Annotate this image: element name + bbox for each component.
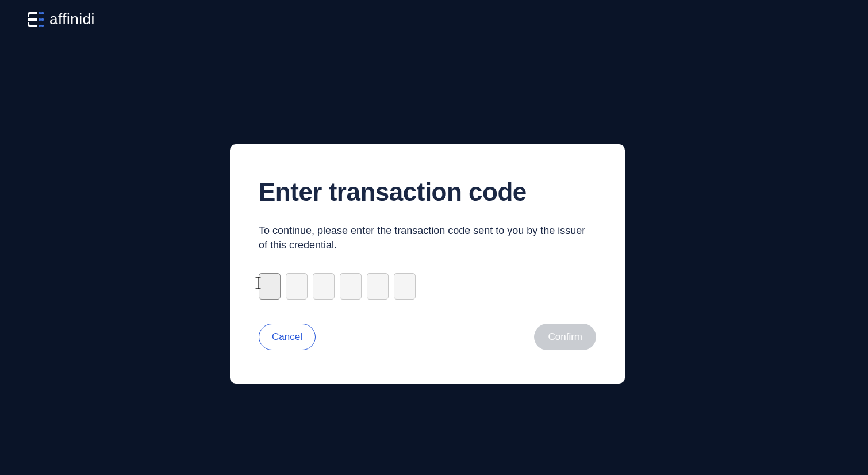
svg-rect-3 — [41, 18, 44, 21]
code-input-group — [259, 273, 596, 300]
code-digit-3[interactable] — [313, 273, 335, 300]
code-digit-1[interactable] — [259, 273, 281, 300]
code-digit-2[interactable] — [286, 273, 308, 300]
svg-rect-1 — [41, 12, 44, 14]
brand-logo: affinidi — [26, 10, 95, 28]
brand-name: affinidi — [49, 10, 95, 28]
cancel-button[interactable]: Cancel — [259, 324, 316, 350]
svg-rect-5 — [41, 25, 44, 27]
modal-actions: Cancel Confirm — [259, 324, 596, 350]
affinidi-logo-icon — [26, 11, 44, 28]
modal-title: Enter transaction code — [259, 178, 596, 206]
svg-rect-4 — [39, 25, 41, 27]
svg-rect-2 — [39, 18, 41, 21]
code-digit-4[interactable] — [340, 273, 362, 300]
modal-description: To continue, please enter the transactio… — [259, 224, 596, 252]
code-digit-6[interactable] — [394, 273, 416, 300]
svg-rect-0 — [39, 12, 41, 14]
confirm-button[interactable]: Confirm — [534, 324, 596, 350]
transaction-code-modal: Enter transaction code To continue, plea… — [230, 144, 625, 384]
code-digit-5[interactable] — [367, 273, 389, 300]
